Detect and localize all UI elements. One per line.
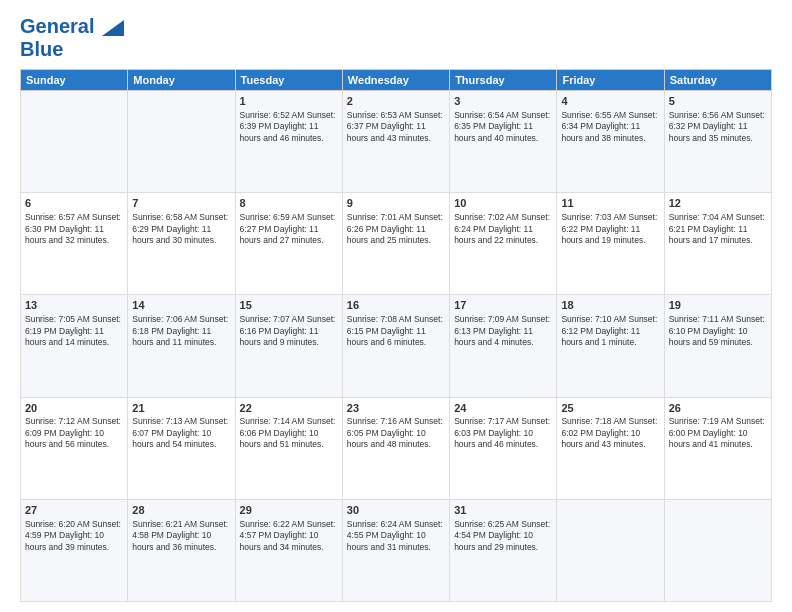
calendar-cell: 2Sunrise: 6:53 AM Sunset: 6:37 PM Daylig… (342, 91, 449, 193)
svg-marker-0 (102, 20, 124, 36)
header: General Blue (20, 15, 772, 61)
day-header-wednesday: Wednesday (342, 70, 449, 91)
cell-content: Sunrise: 7:18 AM Sunset: 6:02 PM Dayligh… (561, 416, 659, 450)
calendar-cell: 15Sunrise: 7:07 AM Sunset: 6:16 PM Dayli… (235, 295, 342, 397)
week-row-4: 20Sunrise: 7:12 AM Sunset: 6:09 PM Dayli… (21, 397, 772, 499)
day-number: 15 (240, 298, 338, 313)
day-number: 16 (347, 298, 445, 313)
calendar-cell: 21Sunrise: 7:13 AM Sunset: 6:07 PM Dayli… (128, 397, 235, 499)
cell-content: Sunrise: 6:25 AM Sunset: 4:54 PM Dayligh… (454, 519, 552, 553)
day-number: 29 (240, 503, 338, 518)
cell-content: Sunrise: 7:11 AM Sunset: 6:10 PM Dayligh… (669, 314, 767, 348)
cell-content: Sunrise: 7:12 AM Sunset: 6:09 PM Dayligh… (25, 416, 123, 450)
day-header-monday: Monday (128, 70, 235, 91)
cell-content: Sunrise: 7:10 AM Sunset: 6:12 PM Dayligh… (561, 314, 659, 348)
calendar-cell: 19Sunrise: 7:11 AM Sunset: 6:10 PM Dayli… (664, 295, 771, 397)
cell-content: Sunrise: 6:55 AM Sunset: 6:34 PM Dayligh… (561, 110, 659, 144)
day-header-sunday: Sunday (21, 70, 128, 91)
day-number: 8 (240, 196, 338, 211)
day-number: 10 (454, 196, 552, 211)
cell-content: Sunrise: 7:07 AM Sunset: 6:16 PM Dayligh… (240, 314, 338, 348)
cell-content: Sunrise: 6:56 AM Sunset: 6:32 PM Dayligh… (669, 110, 767, 144)
cell-content: Sunrise: 6:24 AM Sunset: 4:55 PM Dayligh… (347, 519, 445, 553)
day-number: 6 (25, 196, 123, 211)
calendar-table: SundayMondayTuesdayWednesdayThursdayFrid… (20, 69, 772, 602)
day-number: 9 (347, 196, 445, 211)
calendar-cell: 30Sunrise: 6:24 AM Sunset: 4:55 PM Dayli… (342, 499, 449, 601)
cell-content: Sunrise: 6:53 AM Sunset: 6:37 PM Dayligh… (347, 110, 445, 144)
day-number: 19 (669, 298, 767, 313)
day-number: 13 (25, 298, 123, 313)
day-number: 24 (454, 401, 552, 416)
calendar-cell: 20Sunrise: 7:12 AM Sunset: 6:09 PM Dayli… (21, 397, 128, 499)
day-number: 22 (240, 401, 338, 416)
cell-content: Sunrise: 7:09 AM Sunset: 6:13 PM Dayligh… (454, 314, 552, 348)
page: General Blue SundayMondayTuesdayWednesda… (0, 0, 792, 612)
day-header-saturday: Saturday (664, 70, 771, 91)
cell-content: Sunrise: 6:52 AM Sunset: 6:39 PM Dayligh… (240, 110, 338, 144)
calendar-cell: 25Sunrise: 7:18 AM Sunset: 6:02 PM Dayli… (557, 397, 664, 499)
calendar-cell (557, 499, 664, 601)
cell-content: Sunrise: 6:57 AM Sunset: 6:30 PM Dayligh… (25, 212, 123, 246)
day-number: 11 (561, 196, 659, 211)
day-number: 21 (132, 401, 230, 416)
week-row-1: 1Sunrise: 6:52 AM Sunset: 6:39 PM Daylig… (21, 91, 772, 193)
day-number: 14 (132, 298, 230, 313)
cell-content: Sunrise: 7:08 AM Sunset: 6:15 PM Dayligh… (347, 314, 445, 348)
day-number: 17 (454, 298, 552, 313)
day-number: 7 (132, 196, 230, 211)
calendar-cell: 8Sunrise: 6:59 AM Sunset: 6:27 PM Daylig… (235, 193, 342, 295)
logo-icon (102, 20, 124, 36)
calendar-cell (664, 499, 771, 601)
calendar-cell: 9Sunrise: 7:01 AM Sunset: 6:26 PM Daylig… (342, 193, 449, 295)
cell-content: Sunrise: 6:54 AM Sunset: 6:35 PM Dayligh… (454, 110, 552, 144)
cell-content: Sunrise: 7:03 AM Sunset: 6:22 PM Dayligh… (561, 212, 659, 246)
cell-content: Sunrise: 7:14 AM Sunset: 6:06 PM Dayligh… (240, 416, 338, 450)
calendar-cell: 7Sunrise: 6:58 AM Sunset: 6:29 PM Daylig… (128, 193, 235, 295)
day-header-tuesday: Tuesday (235, 70, 342, 91)
cell-content: Sunrise: 7:02 AM Sunset: 6:24 PM Dayligh… (454, 212, 552, 246)
day-number: 23 (347, 401, 445, 416)
cell-content: Sunrise: 7:05 AM Sunset: 6:19 PM Dayligh… (25, 314, 123, 348)
calendar-cell: 10Sunrise: 7:02 AM Sunset: 6:24 PM Dayli… (450, 193, 557, 295)
week-row-3: 13Sunrise: 7:05 AM Sunset: 6:19 PM Dayli… (21, 295, 772, 397)
calendar-cell: 12Sunrise: 7:04 AM Sunset: 6:21 PM Dayli… (664, 193, 771, 295)
day-header-friday: Friday (557, 70, 664, 91)
day-number: 2 (347, 94, 445, 109)
cell-content: Sunrise: 6:59 AM Sunset: 6:27 PM Dayligh… (240, 212, 338, 246)
day-number: 18 (561, 298, 659, 313)
calendar-cell: 27Sunrise: 6:20 AM Sunset: 4:59 PM Dayli… (21, 499, 128, 601)
cell-content: Sunrise: 7:16 AM Sunset: 6:05 PM Dayligh… (347, 416, 445, 450)
calendar-cell: 14Sunrise: 7:06 AM Sunset: 6:18 PM Dayli… (128, 295, 235, 397)
day-number: 3 (454, 94, 552, 109)
cell-content: Sunrise: 7:01 AM Sunset: 6:26 PM Dayligh… (347, 212, 445, 246)
day-number: 30 (347, 503, 445, 518)
calendar-cell: 23Sunrise: 7:16 AM Sunset: 6:05 PM Dayli… (342, 397, 449, 499)
day-header-thursday: Thursday (450, 70, 557, 91)
logo-text: General (20, 15, 124, 38)
calendar-cell: 29Sunrise: 6:22 AM Sunset: 4:57 PM Dayli… (235, 499, 342, 601)
calendar-cell: 28Sunrise: 6:21 AM Sunset: 4:58 PM Dayli… (128, 499, 235, 601)
calendar-cell: 6Sunrise: 6:57 AM Sunset: 6:30 PM Daylig… (21, 193, 128, 295)
cell-content: Sunrise: 7:13 AM Sunset: 6:07 PM Dayligh… (132, 416, 230, 450)
logo-blue: Blue (20, 38, 63, 60)
cell-content: Sunrise: 6:58 AM Sunset: 6:29 PM Dayligh… (132, 212, 230, 246)
cell-content: Sunrise: 6:22 AM Sunset: 4:57 PM Dayligh… (240, 519, 338, 553)
week-row-5: 27Sunrise: 6:20 AM Sunset: 4:59 PM Dayli… (21, 499, 772, 601)
cell-content: Sunrise: 7:04 AM Sunset: 6:21 PM Dayligh… (669, 212, 767, 246)
week-row-2: 6Sunrise: 6:57 AM Sunset: 6:30 PM Daylig… (21, 193, 772, 295)
cell-content: Sunrise: 7:19 AM Sunset: 6:00 PM Dayligh… (669, 416, 767, 450)
day-number: 25 (561, 401, 659, 416)
calendar-cell: 11Sunrise: 7:03 AM Sunset: 6:22 PM Dayli… (557, 193, 664, 295)
calendar-cell: 16Sunrise: 7:08 AM Sunset: 6:15 PM Dayli… (342, 295, 449, 397)
day-number: 4 (561, 94, 659, 109)
calendar-cell: 4Sunrise: 6:55 AM Sunset: 6:34 PM Daylig… (557, 91, 664, 193)
day-number: 26 (669, 401, 767, 416)
calendar-cell: 17Sunrise: 7:09 AM Sunset: 6:13 PM Dayli… (450, 295, 557, 397)
calendar-cell: 22Sunrise: 7:14 AM Sunset: 6:06 PM Dayli… (235, 397, 342, 499)
calendar-cell: 18Sunrise: 7:10 AM Sunset: 6:12 PM Dayli… (557, 295, 664, 397)
day-number: 5 (669, 94, 767, 109)
calendar-cell: 5Sunrise: 6:56 AM Sunset: 6:32 PM Daylig… (664, 91, 771, 193)
calendar-cell: 31Sunrise: 6:25 AM Sunset: 4:54 PM Dayli… (450, 499, 557, 601)
calendar-cell: 13Sunrise: 7:05 AM Sunset: 6:19 PM Dayli… (21, 295, 128, 397)
